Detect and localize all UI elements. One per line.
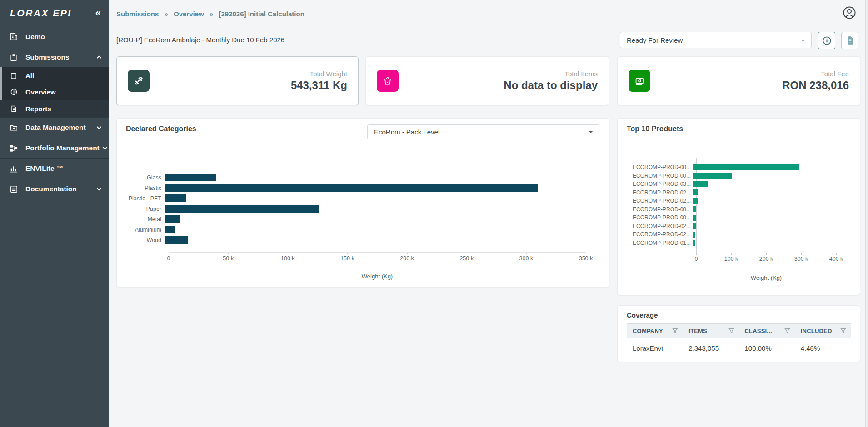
x-tick-label: 300 k bbox=[519, 255, 534, 262]
filter-funnel-icon[interactable] bbox=[728, 328, 734, 334]
x-tick-label: 300 k bbox=[794, 256, 808, 262]
report-file-button[interactable] bbox=[841, 32, 858, 49]
sidebar-item-submissions[interactable]: Submissions bbox=[0, 47, 109, 67]
status-select[interactable]: Ready For Review bbox=[620, 32, 812, 48]
status-select-value: Ready For Review bbox=[627, 36, 683, 44]
bar-track bbox=[693, 240, 833, 246]
hierarchy-icon bbox=[9, 144, 18, 153]
stat-value: 543,311 Kg bbox=[291, 79, 347, 92]
filter-funnel-icon[interactable] bbox=[784, 328, 790, 334]
bar-track bbox=[165, 226, 582, 233]
x-tick-mark bbox=[836, 253, 837, 255]
sidebar-item-envilite[interactable]: ENVILite ™ bbox=[0, 158, 109, 179]
submenu-active-group: All Overview bbox=[0, 67, 109, 100]
category-label: ECOROMP-PROD-03... bbox=[627, 181, 693, 187]
bar-row: ECOROMP-PROD-02... bbox=[627, 222, 836, 231]
bar-row: Paper bbox=[126, 204, 586, 214]
bar-track bbox=[693, 198, 833, 204]
document-icon bbox=[9, 184, 18, 194]
sidebar-item-portfolio-management[interactable]: Portfolio Management bbox=[0, 138, 109, 158]
sidebar-item-all[interactable]: All bbox=[0, 67, 109, 84]
sidebar-item-label: All bbox=[25, 72, 102, 79]
category-label: ECOROMP-PROD-02... bbox=[627, 189, 693, 196]
sidebar-nav: Demo Submissions All bbox=[0, 26, 109, 199]
x-tick-label: 0 bbox=[167, 255, 170, 262]
chevron-down-icon bbox=[96, 126, 102, 129]
breadcrumb-submissions[interactable]: Submissions bbox=[116, 10, 159, 18]
chart-title: Top 10 Products bbox=[627, 125, 683, 133]
column-header-label: COMPANY bbox=[633, 328, 663, 334]
category-label: ECOROMP-PROD-02... bbox=[627, 231, 693, 238]
sidebar-item-label: Demo bbox=[25, 33, 102, 41]
bar-row: ECOROMP-PROD-02... bbox=[627, 189, 836, 197]
bar-track bbox=[693, 181, 833, 187]
breadcrumb-overview[interactable]: Overview bbox=[174, 10, 204, 18]
breadcrumb-current: [392036] Initial Calculation bbox=[219, 10, 304, 18]
bar-track bbox=[693, 189, 833, 195]
bar-row: ECOROMP-PROD-00... bbox=[627, 163, 836, 172]
bars-area: GlassPlasticPlastic - PETPaperMetalAlumi… bbox=[126, 172, 586, 245]
x-tick-mark bbox=[696, 253, 697, 255]
bar bbox=[693, 189, 698, 195]
account-icon[interactable] bbox=[843, 6, 856, 20]
column-header-company[interactable]: COMPANY bbox=[627, 324, 683, 338]
page-scrollbar[interactable] bbox=[865, 0, 868, 427]
bar-track bbox=[165, 174, 582, 181]
bar-chart-icon bbox=[9, 164, 18, 173]
column-header-included[interactable]: INCLUDED bbox=[795, 324, 851, 338]
app-logo: LORAX EPI bbox=[10, 8, 95, 19]
sidebar-item-reports[interactable]: Reports bbox=[0, 100, 109, 117]
category-label: ECOROMP-PROD-02... bbox=[627, 198, 693, 204]
total-items-card[interactable]: Total Items No data to display bbox=[365, 56, 609, 105]
sidebar-item-documentation[interactable]: Documentation bbox=[0, 179, 109, 199]
x-tick-label: 50 k bbox=[223, 255, 234, 262]
column-header-classified[interactable]: CLASSI... bbox=[739, 324, 795, 338]
bar-row: ECOROMP-PROD-02... bbox=[627, 230, 836, 239]
bar-row: Glass bbox=[126, 172, 586, 183]
sidebar: LORAX EPI « Demo Submissions bbox=[0, 0, 109, 427]
stat-label: Total Items bbox=[504, 70, 598, 78]
x-tick-label: 100 k bbox=[281, 255, 295, 262]
caret-down-icon bbox=[801, 40, 805, 43]
bar-row: ECOROMP-PROD-01... bbox=[627, 239, 836, 248]
x-axis-ticks: 0100 k200 k300 k400 k bbox=[696, 256, 836, 263]
total-weight-card[interactable]: Total Weight 543,311 Kg bbox=[116, 56, 359, 105]
filter-funnel-icon[interactable] bbox=[672, 328, 678, 334]
stat-value: RON 238,016 bbox=[782, 79, 849, 92]
x-tick-mark bbox=[228, 253, 229, 254]
x-tick-label: 200 k bbox=[400, 255, 414, 262]
category-label: ECOROMP-PROD-00... bbox=[627, 164, 693, 170]
bar-track bbox=[165, 184, 582, 192]
x-tick-mark bbox=[347, 253, 348, 254]
total-fee-card[interactable]: Total Fee RON 238,016 bbox=[617, 56, 860, 105]
column-header-label: INCLUDED bbox=[801, 328, 832, 334]
stat-value: No data to display bbox=[504, 79, 598, 92]
category-filter-select[interactable]: EcoRom - Pack Level bbox=[367, 124, 599, 139]
y-axis-line bbox=[696, 158, 697, 253]
category-label: Wood bbox=[126, 237, 165, 243]
breadcrumb-separator: » bbox=[210, 10, 213, 18]
info-button[interactable] bbox=[818, 32, 835, 49]
bar-track bbox=[693, 164, 833, 170]
column-header-items[interactable]: ITEMS bbox=[683, 324, 739, 338]
clipboard-icon bbox=[9, 71, 18, 80]
sidebar-item-overview[interactable]: Overview bbox=[0, 84, 109, 100]
declared-categories-card: Declared Categories EcoRom - Pack Level … bbox=[116, 118, 609, 287]
top-products-chart: ECOROMP-PROD-00...ECOROMP-PROD-00...ECOR… bbox=[627, 163, 836, 281]
category-label: Plastic bbox=[126, 185, 165, 191]
sidebar-item-data-management[interactable]: Data Management bbox=[0, 117, 109, 138]
sidebar-collapse-icon[interactable]: « bbox=[95, 8, 101, 18]
cell-company: LoraxEnvi bbox=[627, 338, 683, 358]
x-tick-mark bbox=[731, 253, 732, 255]
category-label: Plastic - PET bbox=[126, 195, 165, 202]
cell-classified: 100.00% bbox=[739, 338, 795, 358]
building-icon bbox=[9, 32, 18, 41]
sidebar-item-demo[interactable]: Demo bbox=[0, 26, 109, 47]
filter-funnel-icon[interactable] bbox=[840, 328, 846, 334]
sidebar-item-label: ENVILite ™ bbox=[25, 164, 102, 173]
report-icon bbox=[9, 104, 18, 114]
chevron-up-icon bbox=[96, 55, 102, 59]
category-label: ECOROMP-PROD-02... bbox=[627, 223, 693, 229]
top-products-card: Top 10 Products ECOROMP-PROD-00...ECOROM… bbox=[617, 118, 860, 295]
bar bbox=[165, 236, 188, 244]
